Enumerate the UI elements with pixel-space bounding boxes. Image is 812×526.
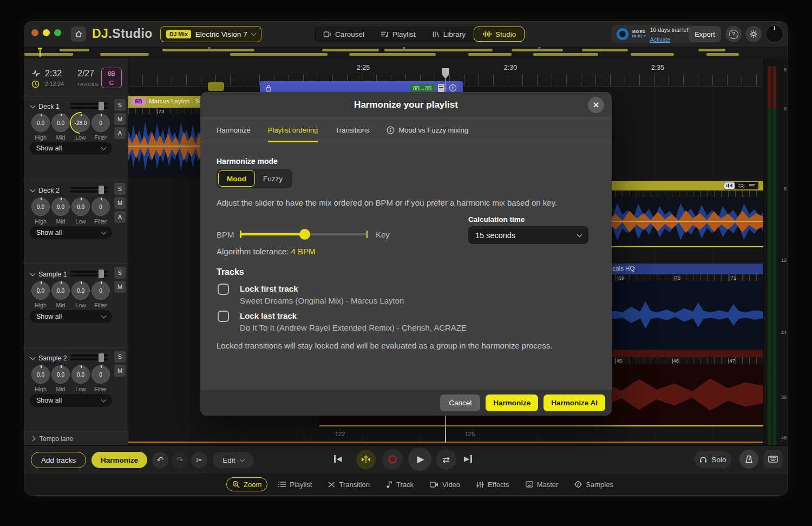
sample1-mute-button[interactable]: M	[114, 281, 126, 293]
sample2-filter-knob[interactable]: 0Filter	[91, 365, 110, 392]
activate-link[interactable]: Activate	[650, 36, 670, 43]
vocals-waveform[interactable]	[587, 281, 763, 349]
play-button[interactable]: ▶	[408, 448, 431, 471]
window-close-dot[interactable]	[31, 29, 38, 36]
harmonize-ai-button[interactable]: Harmonize AI	[543, 394, 605, 411]
deck1-show-all-dropdown[interactable]: Show all	[30, 142, 112, 155]
waveform-view-icon[interactable]	[724, 182, 735, 189]
locate-playhead-button[interactable]	[356, 450, 376, 469]
cancel-button[interactable]: Cancel	[440, 394, 480, 411]
tab-playlist-ordering[interactable]: Playlist ordering	[268, 118, 318, 142]
sample2-low-knob[interactable]: 0.0Low	[71, 365, 90, 392]
deck2-solo-button[interactable]: S	[114, 183, 126, 195]
edit-dropdown[interactable]: Edit	[213, 452, 254, 468]
deck1-filter-knob[interactable]: 0Filter	[91, 114, 110, 141]
sample2-high-knob[interactable]: 0.0High	[31, 365, 50, 392]
slider-thumb[interactable]	[299, 229, 310, 240]
deck2-mute-button[interactable]: M	[114, 197, 126, 209]
spectrum-view-icon[interactable]	[736, 182, 746, 189]
sample1-low-knob[interactable]: 0.0Low	[71, 281, 90, 308]
deck2-fader[interactable]	[70, 186, 108, 194]
sample2-header[interactable]: Sample 2	[31, 354, 67, 362]
deck1-mid-knob[interactable]: 0.0Mid	[51, 114, 70, 141]
deck1-high-knob[interactable]: 0.0High	[31, 114, 50, 141]
tempo-lane-toggle[interactable]: Tempo lane	[24, 431, 128, 445]
keyboard-shortcuts-button[interactable]	[764, 450, 782, 468]
minimap[interactable]	[24, 47, 788, 58]
tab-harmonize[interactable]: Harmonize	[217, 118, 251, 142]
sample2-solo-button[interactable]: S	[114, 351, 126, 363]
redo-button[interactable]: ↷	[172, 452, 188, 468]
sample2-mute-button[interactable]: M	[114, 365, 126, 377]
tab-playlist[interactable]: Playlist	[273, 477, 317, 491]
sample1-filter-knob[interactable]: 0Filter	[91, 281, 110, 308]
tab-mood-vs-fuzzy[interactable]: Mood vs Fuzzy mixing	[387, 118, 468, 142]
sample2-fader[interactable]	[70, 353, 108, 362]
lock-last-track-checkbox[interactable]	[218, 311, 229, 322]
add-tracks-button[interactable]: Add tracks	[31, 452, 86, 468]
track-a-waveform[interactable]	[587, 197, 763, 246]
nav-library[interactable]: Library	[424, 27, 474, 42]
mode-fuzzy-button[interactable]: Fuzzy	[255, 170, 291, 187]
sample1-header[interactable]: Sample 1	[31, 271, 67, 278]
harmonize-button[interactable]: Harmonize	[486, 394, 538, 411]
undo-button[interactable]: ↶	[152, 452, 168, 468]
solo-button[interactable]: Solo	[695, 451, 731, 468]
vocals-track-header[interactable]: Vocals HQ	[587, 264, 763, 274]
deck2-auto-button[interactable]: A	[114, 211, 126, 223]
lock-first-track-checkbox[interactable]	[218, 284, 229, 295]
sample1-mid-knob[interactable]: 0.0Mid	[51, 281, 70, 308]
close-button[interactable]: ✕	[588, 97, 604, 113]
tab-transition[interactable]: Transition	[323, 477, 375, 491]
track-a-header[interactable]	[587, 181, 763, 190]
metronome-button[interactable]	[739, 450, 758, 469]
deck2-header[interactable]: Deck 2	[31, 187, 60, 194]
window-zoom-dot[interactable]	[54, 29, 61, 36]
deck1-fader[interactable]	[70, 102, 108, 110]
tab-video[interactable]: Video	[424, 477, 466, 491]
sample1-show-all-dropdown[interactable]: Show all	[30, 310, 112, 323]
zoom-in-icon[interactable]	[449, 84, 457, 92]
tab-zoom[interactable]: Zoom	[226, 477, 267, 491]
sample1-high-knob[interactable]: 0.0High	[31, 281, 50, 308]
loop-button[interactable]: ⇄	[436, 449, 456, 470]
help-button[interactable]: ?	[725, 26, 742, 42]
record-button[interactable]	[382, 449, 403, 470]
skip-back-button[interactable]: ◀	[334, 455, 342, 463]
sample2-show-all-dropdown[interactable]: Show all	[30, 394, 112, 407]
deck1-mute-button[interactable]: M	[114, 113, 126, 125]
nav-studio[interactable]: Studio	[474, 27, 525, 42]
lines-view-icon[interactable]	[747, 182, 757, 189]
deck2-filter-knob[interactable]: 0Filter	[91, 198, 110, 225]
harmonize-toolbar-button[interactable]: Harmonize	[91, 452, 147, 468]
mode-mood-button[interactable]: Mood	[218, 170, 255, 187]
export-button[interactable]: Export	[689, 26, 721, 42]
tab-track[interactable]: Track	[381, 477, 419, 491]
nav-playlist[interactable]: Playlist	[372, 27, 424, 42]
transition-list-icon[interactable]	[438, 84, 444, 92]
bpm-key-slider[interactable]	[240, 228, 368, 240]
sample1-solo-button[interactable]: S	[114, 267, 126, 279]
master-volume-knob[interactable]	[765, 25, 783, 43]
deck1-header[interactable]: Deck 1	[31, 103, 60, 110]
deck1-auto-button[interactable]: A	[114, 127, 126, 139]
split-button[interactable]: ✂	[191, 452, 207, 468]
calc-time-select[interactable]: 15 seconds	[468, 226, 588, 244]
window-minimize-dot[interactable]	[43, 29, 50, 36]
deck1-solo-button[interactable]: S	[114, 99, 126, 111]
skip-forward-button[interactable]: ▶	[464, 455, 472, 463]
home-button[interactable]	[71, 27, 86, 42]
red-track-header[interactable]	[587, 350, 763, 357]
tab-effects[interactable]: Effects	[471, 477, 515, 491]
sample1-fader[interactable]	[70, 269, 108, 278]
project-dropdown[interactable]: DJ Mix Electric Vision 7	[160, 26, 261, 42]
sample2-mid-knob[interactable]: 0.0Mid	[51, 365, 70, 392]
deck2-mid-knob[interactable]: 0.0Mid	[51, 198, 70, 225]
tab-samples[interactable]: Samples	[569, 477, 619, 491]
deck1-low-knob[interactable]: -28.0Low	[71, 114, 90, 141]
nav-carousel[interactable]: Carousel	[315, 27, 372, 42]
tab-master[interactable]: Master	[520, 477, 564, 491]
deck2-high-knob[interactable]: 0.0High	[31, 198, 50, 225]
tab-transitions[interactable]: Transitions	[335, 118, 369, 142]
deck2-low-knob[interactable]: 0.0Low	[71, 198, 90, 225]
